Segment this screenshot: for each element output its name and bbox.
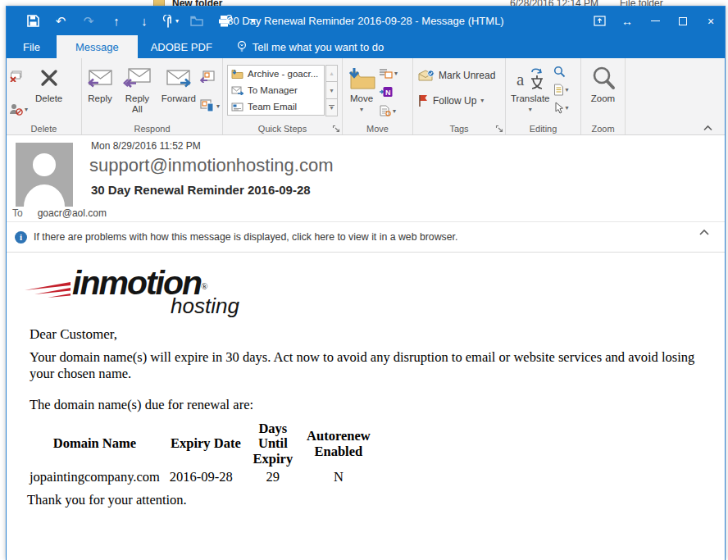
maximize-button[interactable]	[669, 7, 697, 35]
move-button[interactable]: Move ▾	[344, 61, 379, 122]
previous-item-button[interactable]: ↑	[107, 11, 126, 31]
translate-button[interactable]: a Translate ▾	[507, 61, 553, 122]
forward-button[interactable]: Forward	[158, 61, 199, 122]
quick-step-archive[interactable]: Archive - goacr...	[228, 66, 324, 82]
ribbon-group-tags: Mark Unread Follow Up ▾ Tags	[413, 58, 506, 134]
group-label-delete: Delete	[7, 124, 81, 134]
ribbon-tabs: File Message ADOBE PDF Tell me what you …	[7, 35, 725, 58]
move-folder-icon	[348, 64, 375, 92]
more-respond-actions-button[interactable]: ▾	[200, 98, 220, 114]
info-bar-text[interactable]: If there are problems with how this mess…	[34, 231, 457, 243]
respond-actions-icon	[200, 99, 215, 112]
follow-up-flag-icon	[418, 94, 429, 107]
caret-down-icon: ▾	[25, 106, 28, 113]
zoom-button[interactable]: Zoom	[583, 61, 623, 107]
move-to-folder-button[interactable]	[187, 11, 207, 31]
to-label: To	[12, 207, 23, 219]
collapse-ribbon-button[interactable]	[703, 125, 713, 131]
desktop-file-date: 6/28/2016 12:14 PM	[510, 0, 598, 6]
redo-button[interactable]: ↷	[79, 11, 98, 31]
reply-button[interactable]: Reply	[84, 61, 116, 122]
junk-icon	[9, 103, 23, 116]
minimize-button[interactable]	[641, 7, 669, 35]
restore-window-button[interactable]: ↔	[613, 7, 641, 35]
tab-adobe-pdf[interactable]: ADOBE PDF	[138, 35, 225, 58]
mark-unread-icon	[418, 70, 435, 81]
ribbon-group-editing: a Translate ▾ ▾	[506, 58, 581, 134]
customize-quick-access-button[interactable]: ▾	[243, 11, 262, 31]
cell-autorenew: N	[299, 468, 378, 486]
cell-days: 29	[247, 468, 299, 486]
person-silhouette-icon	[16, 143, 73, 207]
group-label-editing: Editing	[506, 124, 580, 134]
quick-step-to-manager[interactable]: To Manager	[228, 82, 324, 98]
related-button[interactable]: ▾	[553, 81, 569, 98]
group-label-quick-steps: Quick Steps	[223, 124, 342, 134]
quick-steps-scroll: ▴ ▾ ▾	[325, 65, 338, 116]
logo-subword: hosting	[171, 295, 239, 316]
folder-icon	[153, 0, 165, 6]
quick-steps-more-button[interactable]: ▾	[325, 99, 338, 116]
close-button[interactable]: ×	[697, 7, 725, 35]
tell-me-box[interactable]: Tell me what you want to do	[225, 35, 395, 58]
rules-icon	[379, 68, 393, 79]
col-days-until-expiry: Days Until Expiry	[247, 420, 299, 468]
logo-registered-mark: ®	[201, 281, 207, 291]
tab-message[interactable]: Message	[57, 35, 138, 58]
quick-steps-dialog-launcher[interactable]	[332, 125, 340, 133]
mark-unread-button[interactable]: Mark Unread	[415, 68, 503, 83]
reply-icon	[87, 64, 113, 92]
print-button[interactable]	[215, 11, 234, 31]
save-button[interactable]	[23, 11, 43, 31]
ribbon-filler	[626, 58, 725, 134]
next-item-button[interactable]: ↓	[134, 11, 154, 31]
printer-icon	[218, 15, 232, 27]
zoom-magnifier-icon	[591, 64, 616, 92]
actions-button[interactable]: ▾	[379, 102, 398, 119]
reply-all-button[interactable]: Reply All	[116, 61, 158, 122]
quick-access-toolbar: ↶ ↷ ↑ ↓ ▾ ▾	[7, 11, 262, 31]
undo-button[interactable]: ↶	[51, 11, 71, 31]
screen: New folder 6/28/2016 12:14 PM File folde…	[0, 0, 728, 560]
table-row: jopaintingcompany.com 2016-09-28 29 N	[25, 468, 378, 486]
junk-button[interactable]: ▾	[9, 101, 28, 117]
renewal-table: Domain Name Expiry Date Days Until Expir…	[25, 420, 378, 487]
find-button[interactable]	[553, 63, 569, 80]
collapse-header-button[interactable]	[698, 229, 710, 236]
to-recipient[interactable]: goacr@aol.com	[38, 207, 107, 219]
archive-folder-icon	[231, 69, 243, 79]
group-label-respond: Respond	[82, 124, 222, 134]
ribbon-group-move: Move ▾ ▾ N ▾	[343, 58, 413, 134]
onenote-button[interactable]: N	[379, 84, 398, 100]
tab-file[interactable]: File	[7, 35, 57, 58]
quick-step-team-email[interactable]: Team Email	[228, 98, 324, 115]
forward-icon	[166, 64, 192, 92]
quick-steps-scroll-up[interactable]: ▴	[325, 65, 338, 82]
group-label-tags: Tags	[413, 124, 505, 134]
select-button[interactable]: ▾	[553, 99, 569, 116]
translate-icon: a	[516, 64, 545, 92]
meeting-button[interactable]	[200, 68, 220, 84]
tags-dialog-launcher[interactable]	[495, 125, 503, 133]
ribbon-group-respond: Reply Reply All Forward	[82, 58, 223, 134]
meeting-icon	[200, 71, 215, 83]
group-label-move: Move	[343, 124, 412, 134]
ignore-button[interactable]	[9, 68, 28, 84]
svg-text:a: a	[516, 70, 525, 89]
message-sender[interactable]: support@inmotionhosting.com	[89, 155, 333, 176]
delete-button[interactable]: Delete	[32, 61, 66, 122]
cell-expiry: 2016-09-28	[165, 468, 247, 486]
message-subject: 30 Day Renewal Reminder 2016-09-28	[91, 183, 311, 197]
svg-text:N: N	[385, 89, 391, 97]
message-info-bar: i If there are problems with how this me…	[7, 222, 725, 253]
quick-steps-scroll-down[interactable]: ▾	[325, 82, 338, 99]
touch-mouse-mode-button[interactable]: ▾	[162, 15, 179, 28]
save-icon	[27, 15, 39, 27]
reply-all-icon	[123, 64, 151, 92]
actions-icon	[379, 105, 391, 116]
ribbon-display-options-icon	[594, 16, 606, 26]
follow-up-button[interactable]: Follow Up ▾	[415, 93, 503, 108]
ribbon-display-options-button[interactable]	[585, 7, 613, 35]
caret-down-icon: ▾	[360, 106, 363, 113]
rules-button[interactable]: ▾	[379, 65, 398, 81]
